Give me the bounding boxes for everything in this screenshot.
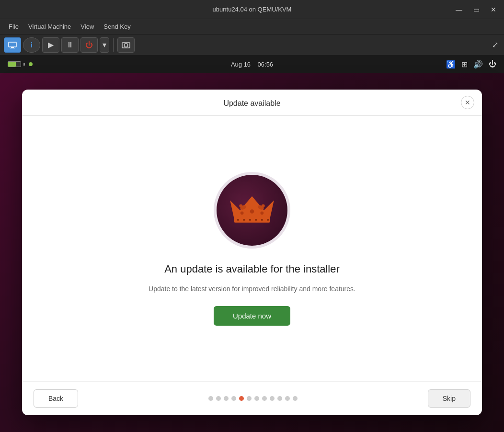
dialog-title: Update available — [223, 99, 280, 107]
svg-point-19 — [267, 218, 269, 220]
power-button[interactable]: ⏻ — [80, 37, 98, 53]
dialog-header: Update available ✕ — [22, 90, 482, 116]
pagination-dot-1[interactable] — [216, 396, 221, 401]
screenshot-button[interactable] — [117, 37, 135, 53]
minimize-button[interactable]: — — [452, 3, 466, 16]
crown-container — [214, 172, 290, 249]
power-status-icon: ⏻ — [489, 60, 496, 68]
pause-button[interactable]: ⏸ — [61, 37, 79, 53]
network-icon: ⊞ — [461, 60, 468, 69]
vm-status-left — [8, 61, 33, 67]
pagination-dot-6[interactable] — [254, 396, 259, 401]
skip-button[interactable]: Skip — [428, 389, 470, 408]
toolbar-separator — [113, 38, 114, 52]
svg-marker-6 — [230, 196, 274, 218]
dialog-heading: An update is available for the installer — [164, 263, 340, 275]
back-button[interactable]: Back — [34, 389, 78, 408]
battery-tip — [23, 63, 25, 66]
pagination-dot-0[interactable] — [208, 396, 213, 401]
update-dialog: Update available ✕ — [22, 90, 482, 415]
battery-dot — [29, 62, 33, 66]
volume-icon: 🔊 — [473, 60, 483, 69]
pagination-dot-10[interactable] — [285, 396, 290, 401]
title-bar: ubuntu24.04 on QEMU/KVM — ▭ ✕ — [0, 0, 504, 19]
vm-status-right: ♿ ⊞ 🔊 ⏻ — [446, 60, 496, 69]
pagination-dot-7[interactable] — [262, 396, 267, 401]
monitor-button[interactable] — [4, 37, 21, 53]
svg-rect-1 — [11, 47, 14, 48]
svg-point-13 — [262, 204, 265, 207]
window-controls: — ▭ ✕ — [452, 3, 500, 16]
menu-view[interactable]: View — [76, 21, 99, 32]
pagination-dot-3[interactable] — [231, 396, 236, 401]
svg-point-16 — [249, 218, 251, 220]
vm-datetime: Aug 16 06:56 — [231, 61, 273, 68]
info-button[interactable]: i — [23, 37, 40, 53]
svg-point-14 — [237, 218, 239, 220]
svg-rect-4 — [125, 44, 127, 47]
pagination-dot-9[interactable] — [277, 396, 282, 401]
menu-file[interactable]: File — [4, 21, 23, 32]
menu-virtual-machine[interactable]: Virtual Machine — [23, 21, 76, 32]
svg-point-7 — [241, 211, 244, 215]
update-now-button[interactable]: Update now — [214, 306, 290, 326]
svg-point-9 — [261, 211, 264, 215]
pagination-dot-5[interactable] — [247, 396, 252, 401]
window-title: ubuntu24.04 on QEMU/KVM — [213, 6, 292, 13]
crown-icon — [228, 191, 276, 229]
battery-indicator — [8, 61, 25, 67]
pagination-dot-4[interactable] — [239, 396, 244, 401]
dialog-subtext: Update to the latest version for improve… — [149, 285, 355, 293]
pagination-dot-8[interactable] — [270, 396, 275, 401]
close-button[interactable]: ✕ — [487, 3, 500, 16]
battery-fill — [8, 62, 16, 67]
pagination-dot-2[interactable] — [224, 396, 229, 401]
svg-point-12 — [239, 204, 242, 207]
battery-bar — [8, 61, 21, 67]
svg-point-18 — [261, 218, 263, 220]
vm-content: Update available ✕ — [0, 73, 504, 432]
crown-inner — [217, 175, 287, 246]
svg-point-15 — [243, 218, 245, 220]
play-button[interactable]: ▶ — [42, 37, 59, 53]
vm-status-bar: Aug 16 06:56 ♿ ⊞ 🔊 ⏻ — [0, 56, 504, 73]
expand-button[interactable]: ⤢ — [490, 38, 500, 51]
toolbar: i ▶ ⏸ ⏻ ▾ ⤢ — [0, 34, 504, 56]
dialog-close-button[interactable]: ✕ — [461, 96, 474, 109]
dropdown-button[interactable]: ▾ — [100, 37, 109, 53]
maximize-button[interactable]: ▭ — [470, 3, 483, 16]
svg-rect-0 — [9, 42, 16, 47]
dialog-footer: Back Skip — [22, 381, 482, 415]
accessibility-icon: ♿ — [446, 60, 456, 69]
pagination-dot-11[interactable] — [293, 396, 298, 401]
svg-point-17 — [255, 218, 257, 220]
vm-date: Aug 16 — [231, 61, 251, 68]
menu-bar: File Virtual Machine View Send Key — [0, 19, 504, 34]
menu-send-key[interactable]: Send Key — [99, 21, 135, 32]
svg-rect-2 — [10, 48, 15, 48]
pagination-dots — [208, 396, 298, 401]
dialog-body: An update is available for the installer… — [22, 116, 482, 381]
svg-point-8 — [250, 209, 254, 213]
vm-time-text: 06:56 — [258, 61, 274, 68]
